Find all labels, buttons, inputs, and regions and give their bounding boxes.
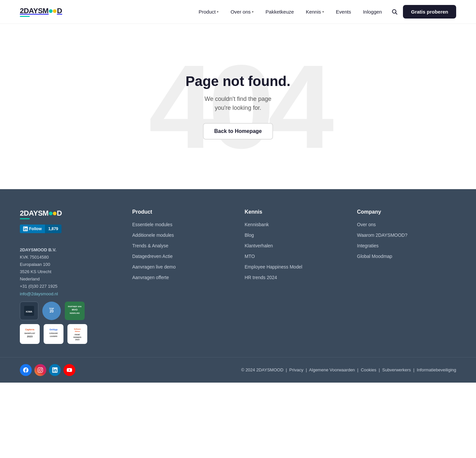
nav-chevron-kennis: ▾ — [322, 10, 324, 14]
facebook-icon — [23, 367, 28, 373]
social-icons — [20, 364, 75, 376]
logo-ovals — [49, 9, 57, 13]
nav-chevron-over-ons: ▾ — [252, 10, 254, 14]
svg-text:2023: 2023 — [27, 335, 32, 338]
footer-link-hr-trends-anchor[interactable]: HR trends 2024 — [245, 275, 277, 280]
footer-link-over-ons: Over ons — [357, 222, 456, 228]
nav-item-kennis[interactable]: Kennis ▾ — [301, 6, 329, 17]
linkedin-follow-widget[interactable]: Follow 1,879 — [20, 225, 61, 233]
footer-product-links: Essentiele modules Additionele modules T… — [132, 222, 231, 280]
linkedin-count: 1,879 — [45, 225, 61, 233]
error-section: 404 Page not found. We couldn't find the… — [0, 24, 476, 189]
footer-link-datagedreven-anchor[interactable]: Datagedreven Actie — [132, 254, 173, 259]
footer-product-col: Product Essentiele modules Additionele m… — [132, 209, 231, 344]
error-subtitle: We couldn't find the page you're looking… — [185, 95, 290, 112]
footer-company-title: Company — [357, 209, 456, 215]
badge-kiwa: KIWA — [20, 302, 38, 320]
company-address: Europalaan 100 — [20, 262, 50, 267]
footer-logo-underline — [20, 218, 30, 219]
getapp-icon: GetApp CATEGORY LEADERS — [45, 325, 62, 343]
search-icon[interactable] — [389, 6, 400, 18]
error-content: Page not found. We couldn't find the pag… — [179, 47, 297, 166]
algemene-voorwaarden-link[interactable]: Algemene Voorwaarden — [309, 367, 355, 372]
footer-company-col: Company Over ons Waarom 2DAYSMOOD? Integ… — [357, 209, 456, 344]
instagram-link[interactable] — [34, 364, 46, 376]
svg-text:FRONT: FRONT — [75, 334, 80, 336]
logo-text-prefix: 2DAYS — [20, 7, 43, 15]
logo-underline — [20, 16, 30, 17]
footer-company-info: 2DAYSMOOD B.V. KVK 75014580 Europalaan 1… — [20, 246, 119, 298]
footer-logo: 2DAYS M D — [20, 209, 119, 219]
svg-line-1 — [396, 13, 397, 14]
footer-link-integraties-anchor[interactable]: Integraties — [357, 243, 378, 248]
footer-link-essentiele: Essentiele modules — [132, 222, 231, 228]
footer-kennis-links: Kennisbank Blog Klantverhalen MTO Employ… — [245, 222, 344, 280]
footer-link-additionele: Additionele modules — [132, 232, 231, 238]
nav-login-link[interactable]: Inloggen — [358, 6, 387, 17]
svg-text:SHORTLIST: SHORTLIST — [24, 332, 35, 334]
nav-item-pakketkeuze[interactable]: Pakketkeuze — [261, 6, 298, 17]
company-email-link[interactable]: info@2daysmood.nl — [20, 291, 58, 296]
footer-company-links: Over ons Waarom 2DAYSMOOD? Integraties G… — [357, 222, 456, 259]
footer-link-emp-happiness-anchor[interactable]: Employee Happiness Model — [245, 264, 302, 270]
footer-link-live-demo-anchor[interactable]: Aanvragen live demo — [132, 264, 176, 270]
badge-getapp: GetApp CATEGORY LEADERS — [44, 324, 63, 344]
nav-item-over-ons[interactable]: Over ons ▾ — [226, 6, 258, 17]
mvo-icon: PARTNER VAN MVO NEDERLAND — [66, 303, 83, 319]
footer-link-emp-happiness: Employee Happiness Model — [245, 264, 344, 270]
youtube-link[interactable] — [63, 364, 75, 376]
footer-badges-row1: KIWA TOP 20 PARTNER VAN MVO NEDERL — [20, 302, 119, 320]
footer-logo-text: 2DAYS — [20, 209, 43, 218]
footer-link-offerte-anchor[interactable]: Aanvragen offerte — [132, 275, 169, 280]
facebook-link[interactable] — [20, 364, 32, 376]
subverwerkers-link[interactable]: Subverwerkers — [382, 367, 411, 372]
footer-product-title: Product — [132, 209, 231, 215]
site-logo[interactable]: 2DAYS M D — [20, 7, 62, 17]
svg-text:CATEGORY: CATEGORY — [49, 333, 58, 334]
footer-link-blog-anchor[interactable]: Blog — [245, 232, 254, 238]
footer-kennis-title: Kennis — [245, 209, 344, 215]
footer-link-waarom: Waarom 2DAYSMOOD? — [357, 232, 456, 238]
youtube-icon — [67, 367, 72, 373]
company-name: 2DAYSMOOD B.V. — [20, 247, 56, 252]
footer-link-additionele-anchor[interactable]: Additionele modules — [132, 232, 174, 238]
instagram-icon — [38, 367, 43, 373]
svg-text:Advice: Advice — [75, 331, 80, 332]
top20-icon: TOP 20 — [44, 304, 59, 318]
nav-item-events[interactable]: Events — [331, 6, 356, 17]
footer-link-over-ons-anchor[interactable]: Over ons — [357, 222, 376, 227]
footer-link-trends: Trends & Analyse — [132, 243, 231, 249]
logo-circle-yellow — [53, 9, 57, 13]
error-subtitle-line1: We couldn't find the page — [205, 96, 271, 102]
badge-capterra: Capterra SHORTLIST 2023 — [20, 324, 40, 344]
linkedin-follow-btn[interactable]: Follow — [20, 225, 45, 233]
cookies-link[interactable]: Cookies — [361, 367, 376, 372]
company-city: 3526 KS Utrecht — [20, 269, 51, 274]
footer-link-klantverhalen: Klantverhalen — [245, 243, 344, 249]
svg-text:RUNNERS: RUNNERS — [73, 336, 82, 338]
footer-link-datagedreven: Datagedreven Actie — [132, 253, 231, 259]
footer-link-essentiele-anchor[interactable]: Essentiele modules — [132, 222, 172, 227]
nav-item-events-label: Events — [336, 9, 351, 15]
footer-top: 2DAYS M D Follow 1,879 — [20, 209, 456, 357]
main-nav: Product ▾ Over ons ▾ Pakketkeuze Kennis … — [194, 5, 456, 19]
nav-item-product[interactable]: Product ▾ — [194, 6, 223, 17]
site-header: 2DAYS M D Product ▾ Over ons ▾ Pakketkeu… — [0, 0, 476, 24]
cta-button[interactable]: Gratis proberen — [403, 5, 456, 19]
nav-item-kennis-label: Kennis — [306, 9, 321, 15]
footer-link-waarom-anchor[interactable]: Waarom 2DAYSMOOD? — [357, 232, 407, 238]
footer-link-global-moodmap-anchor[interactable]: Global Moodmap — [357, 254, 392, 259]
footer-link-mto-anchor[interactable]: MTO — [245, 254, 255, 259]
linkedin-link[interactable] — [49, 364, 61, 376]
footer-link-klantverhalen-anchor[interactable]: Klantverhalen — [245, 243, 273, 248]
informatiebeveiliging-link[interactable]: Informatiebeveiliging — [417, 367, 456, 372]
footer-link-trends-anchor[interactable]: Trends & Analyse — [132, 243, 168, 248]
company-country: Nederland — [20, 276, 40, 281]
footer-link-kennisbank-anchor[interactable]: Kennisbank — [245, 222, 269, 227]
nav-item-over-ons-label: Over ons — [230, 9, 251, 15]
back-to-homepage-button[interactable]: Back to Homepage — [203, 123, 273, 140]
privacy-link[interactable]: Privacy — [289, 367, 303, 372]
svg-text:GetApp: GetApp — [50, 328, 58, 331]
logo-text-suffix: D — [57, 7, 62, 15]
footer-link-live-demo: Aanvragen live demo — [132, 264, 231, 270]
